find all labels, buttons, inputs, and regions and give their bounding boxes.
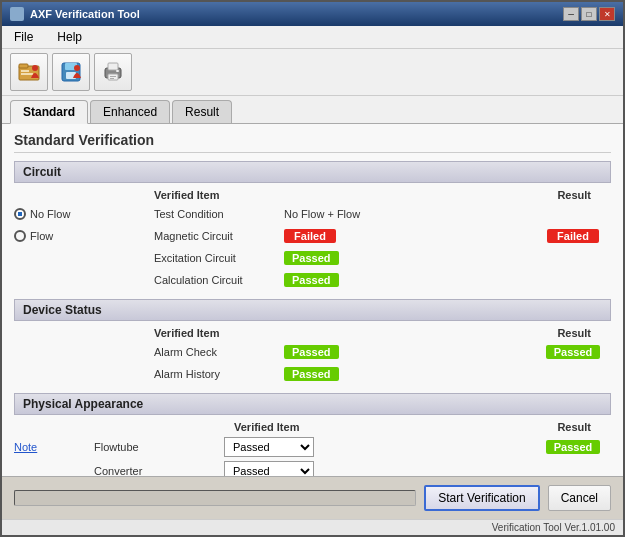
maximize-button[interactable]: □ <box>581 7 597 21</box>
physical-col-result-label: Result <box>557 421 591 433</box>
badge-magnetic: Failed <box>284 229 336 243</box>
title-bar-left: AXF Verification Tool <box>10 7 140 21</box>
window-title: AXF Verification Tool <box>30 8 140 20</box>
table-row: Alarm History Passed <box>14 363 611 385</box>
menu-help[interactable]: Help <box>53 28 86 46</box>
page-title: Standard Verification <box>14 132 611 153</box>
window-controls: ─ □ ✕ <box>563 7 615 21</box>
main-window: AXF Verification Tool ─ □ ✕ File Help <box>0 0 625 537</box>
verified-item-test-condition: Test Condition <box>154 208 284 220</box>
flowtube-dropdown[interactable]: Passed Failed <box>224 437 314 457</box>
svg-point-8 <box>74 65 80 71</box>
circuit-col-result-label: Result <box>557 189 591 201</box>
circuit-col-headers: Verified Item Result <box>14 187 611 203</box>
status-bar: Verification Tool Ver.1.01.00 <box>2 519 623 535</box>
circuit-section: Circuit Verified Item Result No Flow Tes… <box>14 161 611 291</box>
svg-rect-10 <box>108 63 118 70</box>
device-col-result-label: Result <box>557 327 591 339</box>
app-icon <box>10 7 24 21</box>
toolbar <box>2 49 623 96</box>
badge-calculation: Passed <box>284 273 339 287</box>
open-icon <box>17 60 41 84</box>
bottom-bar: Start Verification Cancel <box>2 476 623 519</box>
table-row: Converter Passed Failed <box>14 459 611 476</box>
svg-point-4 <box>32 65 38 71</box>
device-status-section: Device Status Verified Item Result Alarm… <box>14 299 611 385</box>
verified-item-calculation: Calculation Circuit <box>154 274 284 286</box>
physical-appearance-header: Physical Appearance <box>14 393 611 415</box>
tab-enhanced[interactable]: Enhanced <box>90 100 170 123</box>
row-label-flow: Flow <box>14 230 154 242</box>
table-row: Flow Magnetic Circuit Failed Failed <box>14 225 611 247</box>
table-row: Excitation Circuit Passed <box>14 247 611 269</box>
svg-rect-2 <box>21 70 29 72</box>
note-link-area: Note <box>14 440 94 454</box>
svg-rect-13 <box>110 78 114 79</box>
print-icon <box>101 60 125 84</box>
badge-excitation: Passed <box>284 251 339 265</box>
physical-appearance-section: Physical Appearance Verified Item Result… <box>14 393 611 476</box>
badge-alarm-history: Passed <box>284 367 339 381</box>
verified-item-flowtube: Flowtube <box>94 441 224 453</box>
main-content: Standard Verification Circuit Verified I… <box>2 124 623 476</box>
result-badge-alarm-check: Passed <box>546 345 601 359</box>
table-row: Note Flowtube Passed Failed Passed <box>14 435 611 459</box>
physical-col-verified-label: Verified Item <box>234 421 394 433</box>
table-row: No Flow Test Condition No Flow + Flow <box>14 203 611 225</box>
row-label-no-flow: No Flow <box>14 208 154 220</box>
note-col-space <box>14 421 94 433</box>
svg-rect-1 <box>19 64 28 68</box>
test-condition-value: No Flow + Flow <box>284 208 360 220</box>
tabs: Standard Enhanced Result <box>2 96 623 124</box>
table-row: Calculation Circuit Passed <box>14 269 611 291</box>
result-flowtube: Passed <box>543 440 603 454</box>
radio-flow[interactable] <box>14 230 26 242</box>
verified-item-alarm-history: Alarm History <box>154 368 284 380</box>
svg-rect-14 <box>116 70 119 72</box>
horizontal-scrollbar[interactable] <box>14 490 416 506</box>
badge-alarm-check: Passed <box>284 345 339 359</box>
save-icon <box>59 60 83 84</box>
tab-result[interactable]: Result <box>172 100 232 123</box>
open-button[interactable] <box>10 53 48 91</box>
circuit-col-verified-label: Verified Item <box>154 189 314 201</box>
result-magnetic: Failed <box>543 229 603 243</box>
tab-standard[interactable]: Standard <box>10 100 88 124</box>
table-row: Alarm Check Passed Passed <box>14 341 611 363</box>
verified-item-excitation: Excitation Circuit <box>154 252 284 264</box>
device-status-col-headers: Verified Item Result <box>14 325 611 341</box>
verified-item-alarm-check: Alarm Check <box>154 346 284 358</box>
verified-item-magnetic: Magnetic Circuit <box>154 230 284 242</box>
result-badge-flowtube: Passed <box>546 440 601 454</box>
converter-dropdown[interactable]: Passed Failed <box>224 461 314 476</box>
result-badge-magnetic: Failed <box>547 229 599 243</box>
status-text: Verification Tool Ver.1.01.00 <box>492 522 615 533</box>
minimize-button[interactable]: ─ <box>563 7 579 21</box>
device-status-header: Device Status <box>14 299 611 321</box>
menu-bar: File Help <box>2 26 623 49</box>
title-bar: AXF Verification Tool ─ □ ✕ <box>2 2 623 26</box>
physical-col-headers: Verified Item Result <box>14 419 611 435</box>
radio-no-flow[interactable] <box>14 208 26 220</box>
start-verification-button[interactable]: Start Verification <box>424 485 539 511</box>
menu-file[interactable]: File <box>10 28 37 46</box>
svg-rect-3 <box>21 73 33 75</box>
close-button[interactable]: ✕ <box>599 7 615 21</box>
circuit-section-header: Circuit <box>14 161 611 183</box>
device-col-verified-label: Verified Item <box>154 327 314 339</box>
result-alarm-check: Passed <box>543 345 603 359</box>
note-link[interactable]: Note <box>14 441 37 453</box>
cancel-button[interactable]: Cancel <box>548 485 611 511</box>
verified-item-converter: Converter <box>94 465 224 476</box>
save-button[interactable] <box>52 53 90 91</box>
svg-rect-12 <box>110 76 116 77</box>
print-button[interactable] <box>94 53 132 91</box>
